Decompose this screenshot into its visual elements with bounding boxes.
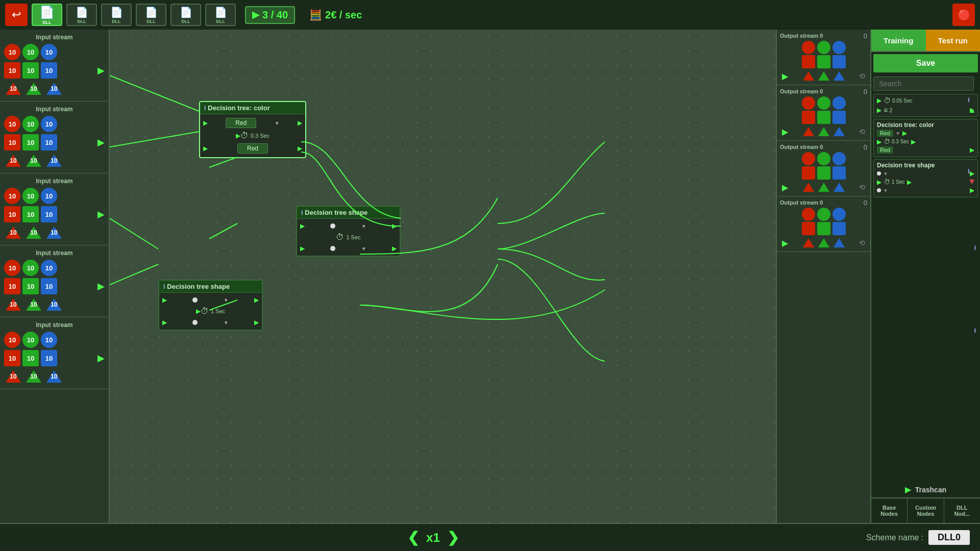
node-timer-arrow-color: ▶ — [236, 132, 240, 139]
output-count-1: 0 — [864, 88, 867, 95]
rp-color-val2[interactable]: Red — [877, 146, 893, 154]
trashcan-play-arrow[interactable]: ▶ — [905, 485, 911, 494]
timer-value-shape2: 1 Sec — [211, 308, 225, 314]
counter-box[interactable]: ▶ 3 / 40 — [245, 6, 295, 24]
info-icon-bottom: i — [974, 244, 976, 252]
output-area: Output stream 0 0 ▶ ⟲ Output stream 0 0 — [776, 30, 870, 523]
rp-shape-dd1[interactable]: ▼ — [883, 171, 888, 177]
out-circle-blue-0 — [832, 41, 846, 54]
rp-timing-expand[interactable]: ▶ — [877, 97, 881, 104]
decision-shape-node-1[interactable]: i Decision tree shape ▶ ▼ ▶ ⏱ 1 Sec — [296, 206, 401, 257]
dll-button-1[interactable]: 📄 DLL — [66, 4, 97, 26]
svg-marker-23 — [834, 183, 845, 192]
node-value-red-1[interactable]: Red — [226, 118, 256, 128]
circle-blue-0: 10 — [41, 44, 57, 60]
output-play-1[interactable]: ▶ — [782, 127, 788, 137]
top-bar: ↩ 📄 DLL 📄 DLL 📄 DLL 📄 DLL 📄 DLL 📄 DLL ▶ … — [0, 0, 980, 30]
rp-color-val1[interactable]: Red — [877, 130, 893, 137]
tab-custom-nodes[interactable]: CustomNodes — [908, 498, 944, 523]
svg-marker-24 — [803, 238, 814, 247]
node-value-red-2[interactable]: Red — [237, 143, 268, 154]
node-input2-arrow-shape1: ▶ — [300, 245, 305, 252]
speed-right-button[interactable]: ❯ — [447, 529, 459, 546]
node-timer-arrow-shape2: ▶ — [196, 308, 201, 315]
dll-button-5[interactable]: 📄 DLL — [205, 4, 236, 26]
tab-dll-nodes[interactable]: DLLNod... — [944, 498, 980, 523]
dll-button-3[interactable]: 📄 DLL — [136, 4, 166, 26]
input-stream-2: Input stream 10 10 10 10 10 10 ▶ 10 10 1… — [0, 173, 109, 245]
tab-base-nodes[interactable]: BaseNodes — [871, 498, 908, 523]
output-section-1: Output stream 0 0 ▶ ⟲ — [777, 85, 870, 141]
node-input-arrow-shape2: ▶ — [162, 296, 167, 304]
output-play-0[interactable]: ▶ — [782, 71, 788, 81]
svg-line-28 — [110, 132, 199, 147]
output-title-3: Output stream 0 — [780, 198, 823, 207]
rp-color-arrow3: ▶ — [970, 146, 974, 154]
rp-shape-title: Decision tree shape — [877, 162, 974, 169]
node-dropdown-color[interactable]: ▼ — [275, 120, 280, 126]
svg-marker-20 — [834, 127, 845, 136]
collapse-arrow-mid[interactable]: ▼ — [968, 177, 976, 186]
node-info-icon-shape2: i — [163, 283, 165, 290]
rp-shape-play[interactable]: ▶ — [877, 179, 881, 186]
rp-node-decision-shape[interactable]: Decision tree shape ▼ ▶ ▶ ⏱ 1 Sec ▶ ▼ ▶ — [873, 159, 978, 197]
node-dd-shape2[interactable]: ▼ — [224, 297, 229, 303]
node-dd2-shape2[interactable]: ▼ — [224, 320, 229, 325]
rp-shape-timer: ⏱ 1 Sec — [884, 178, 905, 186]
output-count-2: 0 — [864, 143, 867, 151]
output-play-3[interactable]: ▶ — [782, 238, 788, 248]
trashcan-label: Trashcan — [915, 486, 946, 494]
rp-shape-dot1 — [877, 171, 881, 176]
svg-marker-17 — [834, 71, 845, 81]
search-input[interactable] — [873, 77, 974, 91]
tab-testrun[interactable]: Test run — [926, 30, 981, 51]
stream-title-0: Input stream — [0, 33, 109, 43]
decision-shape-node-2[interactable]: i Decision tree shape ▶ ▼ ▶ ▶ ⏱ 1 Sec — [158, 280, 263, 331]
rp-node-decision-color[interactable]: Decision tree: color Red ▼ ▶ ▶ ⏱ 0.3 Sec… — [873, 119, 978, 157]
svg-line-30 — [110, 264, 158, 285]
input-stream-0: Input stream 10 10 10 10 10 10 ▶ 10 10 1… — [0, 30, 109, 102]
expand-arrow-top[interactable]: ▲ — [968, 106, 976, 115]
left-panel: Input stream 10 10 10 10 10 10 ▶ 10 10 1… — [0, 30, 110, 523]
rp-shape-dot2 — [877, 188, 881, 192]
rp-shape-dd2[interactable]: ▼ — [883, 188, 888, 193]
stream-title-1: Input stream — [0, 105, 109, 115]
square-green-3: 10 — [22, 278, 39, 294]
rate-icon: 🧮 — [309, 9, 322, 21]
rp-color-dd1[interactable]: ▼ — [895, 131, 900, 136]
back-button[interactable]: ↩ — [5, 4, 28, 26]
stream-play-2[interactable]: ▶ — [97, 209, 105, 220]
stream-play-1[interactable]: ▶ — [97, 137, 105, 148]
square-blue-2: 10 — [41, 206, 57, 222]
dll-button-0[interactable]: 📄 DLL — [32, 4, 62, 26]
stream-play-4[interactable]: ▶ — [97, 353, 105, 364]
stream-play-0[interactable]: ▶ — [97, 65, 105, 76]
dll-button-2[interactable]: 📄 DLL — [101, 4, 132, 26]
rp-color-expand[interactable]: ▶ — [877, 138, 881, 145]
stream-play-3[interactable]: ▶ — [97, 281, 105, 292]
node-output2-arrow-shape2: ▶ — [254, 319, 259, 326]
output-play-2[interactable]: ▶ — [782, 183, 788, 192]
square-green-2: 10 — [22, 206, 39, 222]
stream-title-2: Input stream — [0, 177, 109, 187]
rp-timing-timer: ⏱ 0.05 Sec — [884, 96, 912, 105]
node-dd2-shape1[interactable]: ▼ — [361, 246, 366, 252]
top-right-button[interactable]: 🔴 — [952, 4, 975, 26]
rp-timing-expand2[interactable]: ▶ — [877, 107, 881, 114]
circle-blue-2: 10 — [41, 188, 57, 204]
info-icon-mid: i — [968, 167, 976, 175]
svg-marker-25 — [818, 238, 829, 247]
circle-blue-3: 10 — [41, 260, 57, 276]
node-dd-shape1[interactable]: ▼ — [361, 223, 366, 229]
node-dot-shape2 — [192, 297, 198, 303]
tab-training[interactable]: Training — [871, 30, 926, 51]
decision-color-node[interactable]: i Decision tree: color ▶ Red ▼ ▶ ▶ ⏱ 0.3… — [199, 101, 306, 158]
input-stream-3: Input stream 10 10 10 10 10 10 ▶ 10 10 1… — [0, 245, 109, 317]
node-info-icon-shape1: i — [301, 209, 303, 216]
dll-button-4[interactable]: 📄 DLL — [170, 4, 201, 26]
save-button[interactable]: Save — [873, 54, 978, 72]
circle-red-1: 10 — [4, 116, 20, 132]
output-section-2: Output stream 0 0 ▶ ⟲ — [777, 141, 870, 196]
bottom-bar: ❮ x1 ❯ Scheme name : DLL0 — [0, 523, 980, 551]
speed-left-button[interactable]: ❮ — [407, 529, 419, 546]
